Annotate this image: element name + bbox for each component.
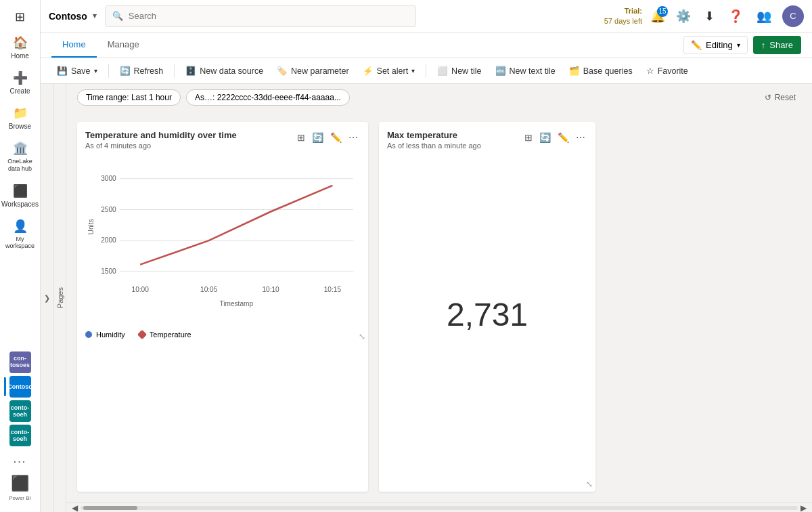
chart-legend: Humidity Temperature bbox=[77, 325, 368, 344]
user-avatar[interactable]: C bbox=[782, 5, 804, 27]
sidebar-item-home[interactable]: 🏠 Home bbox=[3, 31, 38, 64]
time-range-filter[interactable]: Time range: Last 1 hour bbox=[77, 89, 181, 106]
sidebar-app-contosoes[interactable]: con-tosoes bbox=[9, 351, 31, 373]
scroll-track[interactable] bbox=[81, 506, 798, 510]
as-filter-label: As…: 2222cccc-33dd-eeee-ff44-aaaaa... bbox=[195, 93, 341, 102]
toolbar-separator-1 bbox=[108, 64, 109, 78]
search-icon: 🔍 bbox=[112, 11, 123, 21]
sidebar-apps-button[interactable]: ⊞ bbox=[3, 5, 38, 28]
sidebar-apps-list: con-tosoes Contoso conto-soeh conto-soeh bbox=[0, 349, 40, 449]
toolbar-separator-3 bbox=[426, 64, 426, 78]
x-label-1005: 10:05 bbox=[200, 286, 218, 293]
save-button[interactable]: 💾 Save ▾ bbox=[51, 62, 103, 79]
create-icon: ➕ bbox=[13, 70, 28, 85]
new-parameter-button[interactable]: 🏷️ New parameter bbox=[271, 62, 354, 79]
chart-card-title: Temperature and humidity over time bbox=[85, 130, 237, 140]
temperature-line bbox=[140, 186, 332, 265]
tab-manage[interactable]: Manage bbox=[97, 33, 150, 58]
trial-info: Trial: 57 days left bbox=[604, 6, 642, 26]
set-alert-button[interactable]: ⚡ Set alert ▾ bbox=[357, 62, 421, 79]
metric-grid-icon[interactable]: ⊞ bbox=[522, 130, 535, 145]
sidebar-item-workspaces[interactable]: ⬛ Workspaces bbox=[3, 179, 38, 212]
metric-more-icon[interactable]: ⋯ bbox=[574, 130, 587, 145]
chart-svg: 3000 2500 2000 1500 Units 10:00 10:05 10… bbox=[85, 152, 360, 315]
x-label-1000: 10:00 bbox=[132, 286, 150, 293]
resize-icon[interactable]: ⤡ bbox=[359, 332, 365, 341]
new-data-source-button[interactable]: 🗄️ New data source bbox=[180, 62, 269, 79]
chart-refresh-icon[interactable]: 🔄 bbox=[310, 130, 325, 145]
metric-card-icons: ⊞ 🔄 ✏️ ⋯ bbox=[522, 130, 587, 145]
notification-button[interactable]: 🔔 15 bbox=[650, 9, 665, 24]
download-icon[interactable]: ⬇ bbox=[702, 6, 717, 26]
tabs-right: ✏️ Editing ▾ ↑ Share bbox=[683, 36, 801, 54]
alert-icon: ⚡ bbox=[363, 66, 374, 76]
sidebar-home-label: Home bbox=[11, 52, 29, 60]
pages-expand-button[interactable]: ❯ bbox=[41, 84, 54, 512]
tab-home[interactable]: Home bbox=[51, 33, 97, 58]
sidebar-my-workspace-label: My workspace bbox=[5, 236, 35, 249]
grid-icon[interactable]: ⊞ bbox=[295, 130, 307, 145]
metric-edit-icon[interactable]: ✏️ bbox=[556, 130, 571, 145]
editing-button[interactable]: ✏️ Editing ▾ bbox=[683, 36, 748, 54]
base-queries-icon: 🗂️ bbox=[569, 66, 580, 76]
help-icon[interactable]: ❓ bbox=[725, 6, 746, 26]
as-filter[interactable]: As…: 2222cccc-33dd-eeee-ff44-aaaaa... bbox=[186, 89, 350, 106]
powerbi-label: Power BI bbox=[9, 495, 30, 501]
sidebar-workspaces-label: Workspaces bbox=[1, 200, 39, 208]
powerbi-logo[interactable]: ⬛ bbox=[11, 475, 29, 492]
sidebar-item-browse[interactable]: 📁 Browse bbox=[3, 102, 38, 134]
base-queries-button[interactable]: 🗂️ Base queries bbox=[564, 62, 638, 79]
sidebar-app-contoso[interactable]: Contoso bbox=[9, 376, 31, 398]
metric-resize-icon[interactable]: ⤡ bbox=[586, 479, 593, 489]
metric-resize-handle[interactable]: ⤡ bbox=[379, 477, 595, 492]
trial-label: Trial: bbox=[604, 6, 642, 16]
workspace-name: Contoso bbox=[49, 11, 87, 22]
legend-temperature: Temperature bbox=[139, 330, 191, 339]
workspace-chevron: ▾ bbox=[93, 12, 97, 20]
onelake-icon: 🏛️ bbox=[13, 141, 28, 156]
workspaces-icon: ⬛ bbox=[13, 184, 28, 198]
favorite-button[interactable]: ☆ Favorite bbox=[641, 62, 694, 79]
sidebar-app-contosoeh1[interactable]: conto-soeh bbox=[9, 400, 31, 422]
main-area: Contoso ▾ 🔍 Trial: 57 days left 🔔 15 ⚙️ … bbox=[41, 0, 812, 512]
x-label-1010: 10:10 bbox=[262, 286, 279, 293]
sidebar-app-contosoeh2[interactable]: conto-soeh bbox=[9, 425, 31, 446]
search-input[interactable] bbox=[129, 11, 409, 21]
scroll-thumb[interactable] bbox=[83, 506, 137, 510]
reset-label: Reset bbox=[775, 93, 796, 102]
metric-card-title: Max temperature bbox=[387, 130, 481, 140]
share-people-icon[interactable]: 👥 bbox=[754, 6, 774, 26]
metric-card-header: Max temperature As of less than a minute… bbox=[379, 122, 595, 152]
set-alert-label: Set alert bbox=[377, 66, 409, 76]
toolbar-separator-2 bbox=[174, 64, 175, 78]
reset-icon: ↺ bbox=[765, 93, 771, 102]
new-parameter-icon: 🏷️ bbox=[277, 66, 288, 76]
dashboard-grid: Temperature and humidity over time As of… bbox=[66, 111, 812, 503]
reset-button[interactable]: ↺ Reset bbox=[759, 90, 801, 105]
share-button[interactable]: ↑ Share bbox=[753, 36, 801, 54]
workspace-selector[interactable]: Contoso ▾ bbox=[49, 11, 97, 22]
metric-refresh-icon[interactable]: 🔄 bbox=[537, 130, 553, 145]
pages-panel[interactable]: Pages bbox=[54, 84, 66, 512]
refresh-button[interactable]: 🔄 Refresh bbox=[114, 62, 169, 79]
sidebar-more-button[interactable]: ··· bbox=[3, 452, 38, 472]
settings-icon[interactable]: ⚙️ bbox=[673, 6, 694, 26]
sidebar-create-label: Create bbox=[9, 87, 30, 95]
sidebar-item-my-workspace[interactable]: 👤 My workspace bbox=[3, 215, 38, 253]
sidebar-item-create[interactable]: ➕ Create bbox=[3, 66, 38, 99]
new-text-tile-button[interactable]: 🔤 New text tile bbox=[490, 62, 561, 79]
chart-edit-icon[interactable]: ✏️ bbox=[328, 130, 344, 145]
sidebar-item-onelake[interactable]: 🏛️ OneLake data hub bbox=[3, 137, 38, 177]
new-data-source-icon: 🗄️ bbox=[185, 66, 196, 76]
legend-humidity: Humidity bbox=[85, 330, 125, 339]
y-label-2000: 2000 bbox=[101, 236, 116, 244]
new-tile-button[interactable]: ⬜ New tile bbox=[432, 62, 487, 79]
notification-badge: 15 bbox=[657, 6, 668, 17]
share-icon: ↑ bbox=[761, 40, 766, 50]
horizontal-scrollbar[interactable]: ◀ ▶ bbox=[66, 503, 812, 512]
chart-more-icon[interactable]: ⋯ bbox=[346, 130, 360, 145]
scroll-left-arrow[interactable]: ◀ bbox=[69, 503, 81, 513]
scroll-right-arrow[interactable]: ▶ bbox=[798, 503, 809, 513]
expand-chevron-icon: ❯ bbox=[44, 294, 50, 303]
search-box[interactable]: 🔍 bbox=[105, 5, 416, 27]
